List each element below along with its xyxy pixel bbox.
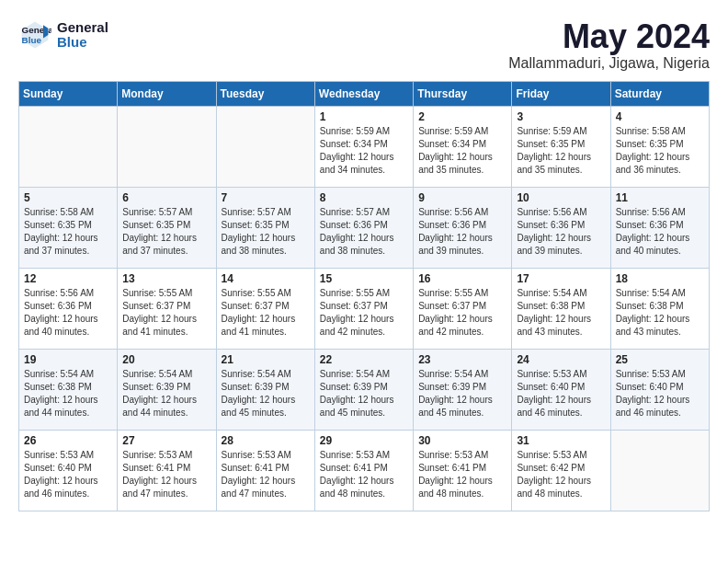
day-number: 15 xyxy=(320,272,408,285)
day-number: 11 xyxy=(616,191,704,204)
calendar-cell: 27Sunrise: 5:53 AMSunset: 6:41 PMDayligh… xyxy=(118,430,216,511)
day-detail: Sunrise: 5:53 AMSunset: 6:41 PMDaylight:… xyxy=(320,449,408,500)
day-number: 18 xyxy=(616,272,704,285)
day-number: 5 xyxy=(24,191,112,204)
day-number: 21 xyxy=(222,353,310,366)
day-detail: Sunrise: 5:54 AMSunset: 6:39 PMDaylight:… xyxy=(122,368,210,419)
calendar-week-row: 1Sunrise: 5:59 AMSunset: 6:34 PMDaylight… xyxy=(19,106,710,187)
day-detail: Sunrise: 5:53 AMSunset: 6:41 PMDaylight:… xyxy=(222,449,310,500)
day-detail: Sunrise: 5:53 AMSunset: 6:40 PMDaylight:… xyxy=(24,449,112,500)
weekday-header-cell: Saturday xyxy=(610,81,709,106)
calendar-cell: 16Sunrise: 5:55 AMSunset: 6:37 PMDayligh… xyxy=(414,268,512,349)
weekday-header-cell: Sunday xyxy=(19,81,118,106)
day-detail: Sunrise: 5:55 AMSunset: 6:37 PMDaylight:… xyxy=(122,287,210,339)
day-detail: Sunrise: 5:54 AMSunset: 6:39 PMDaylight:… xyxy=(418,368,506,419)
calendar-cell: 23Sunrise: 5:54 AMSunset: 6:39 PMDayligh… xyxy=(414,349,512,430)
weekday-header-cell: Thursday xyxy=(414,81,512,106)
day-detail: Sunrise: 5:55 AMSunset: 6:37 PMDaylight:… xyxy=(418,287,506,339)
day-number: 30 xyxy=(418,434,506,447)
calendar-cell: 29Sunrise: 5:53 AMSunset: 6:41 PMDayligh… xyxy=(314,430,413,511)
weekday-header-row: SundayMondayTuesdayWednesdayThursdayFrid… xyxy=(19,81,710,106)
day-detail: Sunrise: 5:59 AMSunset: 6:35 PMDaylight:… xyxy=(517,125,605,177)
weekday-header-cell: Monday xyxy=(118,81,216,106)
calendar-cell: 15Sunrise: 5:55 AMSunset: 6:37 PMDayligh… xyxy=(314,268,413,349)
day-number: 16 xyxy=(418,272,506,285)
day-detail: Sunrise: 5:54 AMSunset: 6:38 PMDaylight:… xyxy=(616,287,704,339)
location-subtitle: Mallammaduri, Jigawa, Nigeria xyxy=(508,55,710,72)
calendar-cell: 24Sunrise: 5:53 AMSunset: 6:40 PMDayligh… xyxy=(512,349,610,430)
calendar-cell: 17Sunrise: 5:54 AMSunset: 6:38 PMDayligh… xyxy=(512,268,610,349)
day-detail: Sunrise: 5:54 AMSunset: 6:39 PMDaylight:… xyxy=(222,368,310,419)
weekday-header-cell: Wednesday xyxy=(314,81,413,106)
calendar-cell xyxy=(216,106,314,187)
calendar-cell: 18Sunrise: 5:54 AMSunset: 6:38 PMDayligh… xyxy=(610,268,709,349)
svg-text:Blue: Blue xyxy=(22,35,42,45)
calendar-table: SundayMondayTuesdayWednesdayThursdayFrid… xyxy=(18,81,710,511)
day-number: 23 xyxy=(418,353,506,366)
day-number: 4 xyxy=(616,110,704,123)
calendar-cell: 30Sunrise: 5:53 AMSunset: 6:41 PMDayligh… xyxy=(414,430,512,511)
logo-icon: General Blue xyxy=(18,18,51,52)
calendar-cell: 21Sunrise: 5:54 AMSunset: 6:39 PMDayligh… xyxy=(216,349,314,430)
day-number: 10 xyxy=(517,191,605,204)
day-detail: Sunrise: 5:59 AMSunset: 6:34 PMDaylight:… xyxy=(418,125,506,177)
day-number: 20 xyxy=(122,353,210,366)
calendar-cell: 8Sunrise: 5:57 AMSunset: 6:36 PMDaylight… xyxy=(314,187,413,268)
day-detail: Sunrise: 5:55 AMSunset: 6:37 PMDaylight:… xyxy=(222,287,310,339)
calendar-cell: 9Sunrise: 5:56 AMSunset: 6:36 PMDaylight… xyxy=(414,187,512,268)
month-year-title: May 2024 xyxy=(508,18,710,55)
calendar-cell: 10Sunrise: 5:56 AMSunset: 6:36 PMDayligh… xyxy=(512,187,610,268)
day-number: 19 xyxy=(24,353,112,366)
day-number: 13 xyxy=(122,272,210,285)
day-detail: Sunrise: 5:53 AMSunset: 6:41 PMDaylight:… xyxy=(122,449,210,500)
day-number: 6 xyxy=(122,191,210,204)
day-detail: Sunrise: 5:57 AMSunset: 6:35 PMDaylight:… xyxy=(122,206,210,258)
day-number: 31 xyxy=(517,434,605,447)
day-detail: Sunrise: 5:56 AMSunset: 6:36 PMDaylight:… xyxy=(418,206,506,258)
day-detail: Sunrise: 5:56 AMSunset: 6:36 PMDaylight:… xyxy=(517,206,605,258)
calendar-cell: 4Sunrise: 5:58 AMSunset: 6:35 PMDaylight… xyxy=(610,106,709,187)
calendar-cell: 2Sunrise: 5:59 AMSunset: 6:34 PMDaylight… xyxy=(414,106,512,187)
day-detail: Sunrise: 5:56 AMSunset: 6:36 PMDaylight:… xyxy=(616,206,704,258)
day-number: 2 xyxy=(418,110,506,123)
day-detail: Sunrise: 5:54 AMSunset: 6:38 PMDaylight:… xyxy=(24,368,112,419)
day-number: 8 xyxy=(320,191,408,204)
day-detail: Sunrise: 5:57 AMSunset: 6:36 PMDaylight:… xyxy=(320,206,408,258)
calendar-cell: 13Sunrise: 5:55 AMSunset: 6:37 PMDayligh… xyxy=(118,268,216,349)
calendar-cell: 14Sunrise: 5:55 AMSunset: 6:37 PMDayligh… xyxy=(216,268,314,349)
calendar-week-row: 12Sunrise: 5:56 AMSunset: 6:36 PMDayligh… xyxy=(19,268,710,349)
logo-text-general: General xyxy=(57,20,108,36)
day-detail: Sunrise: 5:57 AMSunset: 6:35 PMDaylight:… xyxy=(222,206,310,258)
day-number: 29 xyxy=(320,434,408,447)
day-number: 1 xyxy=(320,110,408,123)
day-number: 9 xyxy=(418,191,506,204)
weekday-header-cell: Friday xyxy=(512,81,610,106)
day-number: 7 xyxy=(222,191,310,204)
calendar-cell: 11Sunrise: 5:56 AMSunset: 6:36 PMDayligh… xyxy=(610,187,709,268)
weekday-header-cell: Tuesday xyxy=(216,81,314,106)
calendar-cell: 19Sunrise: 5:54 AMSunset: 6:38 PMDayligh… xyxy=(19,349,118,430)
calendar-cell xyxy=(610,430,709,511)
day-detail: Sunrise: 5:53 AMSunset: 6:41 PMDaylight:… xyxy=(418,449,506,500)
logo-text-blue: Blue xyxy=(57,35,108,51)
day-number: 25 xyxy=(616,353,704,366)
title-block: May 2024 Mallammaduri, Jigawa, Nigeria xyxy=(508,18,710,72)
day-detail: Sunrise: 5:55 AMSunset: 6:37 PMDaylight:… xyxy=(320,287,408,339)
calendar-cell: 26Sunrise: 5:53 AMSunset: 6:40 PMDayligh… xyxy=(19,430,118,511)
day-number: 14 xyxy=(222,272,310,285)
calendar-cell: 5Sunrise: 5:58 AMSunset: 6:35 PMDaylight… xyxy=(19,187,118,268)
day-number: 12 xyxy=(24,272,112,285)
calendar-cell: 31Sunrise: 5:53 AMSunset: 6:42 PMDayligh… xyxy=(512,430,610,511)
day-detail: Sunrise: 5:53 AMSunset: 6:40 PMDaylight:… xyxy=(616,368,704,419)
day-number: 27 xyxy=(122,434,210,447)
calendar-cell xyxy=(118,106,216,187)
calendar-cell: 28Sunrise: 5:53 AMSunset: 6:41 PMDayligh… xyxy=(216,430,314,511)
calendar-cell: 7Sunrise: 5:57 AMSunset: 6:35 PMDaylight… xyxy=(216,187,314,268)
day-number: 17 xyxy=(517,272,605,285)
calendar-cell: 25Sunrise: 5:53 AMSunset: 6:40 PMDayligh… xyxy=(610,349,709,430)
calendar-body: 1Sunrise: 5:59 AMSunset: 6:34 PMDaylight… xyxy=(19,106,710,511)
day-detail: Sunrise: 5:59 AMSunset: 6:34 PMDaylight:… xyxy=(320,125,408,177)
day-detail: Sunrise: 5:53 AMSunset: 6:40 PMDaylight:… xyxy=(517,368,605,419)
calendar-week-row: 5Sunrise: 5:58 AMSunset: 6:35 PMDaylight… xyxy=(19,187,710,268)
page-header: General Blue General Blue May 2024 Malla… xyxy=(18,18,710,72)
